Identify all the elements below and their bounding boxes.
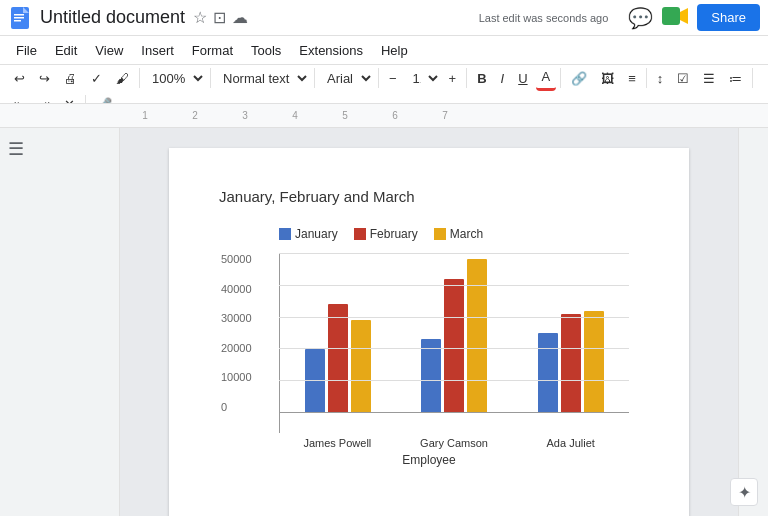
x-axis-title: Employee (219, 453, 639, 467)
ruler-mark-6: 6 (370, 110, 420, 121)
decrease-indent-button[interactable]: ⇤ (8, 93, 31, 104)
svg-rect-2 (14, 17, 24, 19)
more-button[interactable]: ⌄ (120, 93, 143, 104)
font-size-select[interactable]: 11 (405, 68, 441, 89)
menu-item-view[interactable]: View (87, 39, 131, 62)
x-label-gary: Gary Camson (396, 433, 513, 449)
title-icons: ☆ ⊡ ☁ (193, 8, 248, 27)
svg-marker-6 (680, 8, 688, 24)
increase-indent-button[interactable]: ⇥ (33, 93, 56, 104)
y-label-30000: 30000 (221, 312, 252, 324)
decrease-font-button[interactable]: − (383, 67, 403, 90)
page-area[interactable]: January, February and March January Febr… (120, 128, 738, 516)
legend-label-january: January (295, 227, 338, 241)
bold-button[interactable]: B (471, 67, 492, 90)
bullet-list-button[interactable]: ☰ (697, 67, 721, 90)
ruler-mark-5: 5 (320, 110, 370, 121)
chart-container: January February March (219, 217, 639, 477)
chart-plot-area: 50000 40000 30000 20000 10000 0 (279, 253, 629, 433)
meet-button[interactable] (661, 6, 689, 29)
ruler-mark-3: 3 (220, 110, 270, 121)
outline-icon[interactable]: ☰ (8, 138, 111, 160)
numbered-list-button[interactable]: ≔ (723, 67, 748, 90)
bar-january-ada (538, 333, 558, 413)
legend-color-february (354, 228, 366, 240)
style-select[interactable]: Normal text (215, 68, 310, 89)
star-icon[interactable]: ☆ (193, 8, 207, 27)
y-label-0: 0 (221, 401, 252, 413)
underline-button[interactable]: U (512, 67, 533, 90)
legend-label-february: February (370, 227, 418, 241)
header-actions: 💬 Share (628, 4, 760, 31)
image-button[interactable]: 🖼 (595, 67, 620, 90)
menu-item-tools[interactable]: Tools (243, 39, 289, 62)
document-page: January, February and March January Febr… (169, 148, 689, 516)
toolbar-separator-5 (466, 68, 467, 88)
bar-group-ada-juliet (513, 311, 629, 413)
voice-typing-button[interactable]: 🎤 (90, 93, 118, 104)
chart-legend: January February March (279, 227, 639, 241)
bars-container (279, 253, 629, 433)
menu-item-insert[interactable]: Insert (133, 39, 182, 62)
undo-button[interactable]: ↩ (8, 67, 31, 90)
toolbar-separator-4 (378, 68, 379, 88)
x-label-ada: Ada Juliet (512, 433, 629, 449)
x-label-james: James Powell (279, 433, 396, 449)
italic-button[interactable]: I (495, 67, 511, 90)
google-docs-icon (8, 6, 32, 30)
font-select[interactable]: Arial (319, 68, 374, 89)
legend-color-march (434, 228, 446, 240)
x-axis-labels: James Powell Gary Camson Ada Juliet (279, 433, 629, 449)
ruler-marks: 1 2 3 4 5 6 7 (120, 110, 768, 121)
y-axis-labels: 50000 40000 30000 20000 10000 0 (221, 253, 252, 413)
svg-rect-1 (14, 14, 24, 16)
toolbar-separator-6 (560, 68, 561, 88)
bar-february-james (328, 304, 348, 413)
link-button[interactable]: 🔗 (565, 67, 593, 90)
line-spacing-button[interactable]: ↕ (651, 67, 670, 90)
share-button[interactable]: Share (697, 4, 760, 31)
ruler: 1 2 3 4 5 6 7 (0, 104, 768, 128)
bar-march-ada (584, 311, 604, 413)
toolbar-separator-9 (85, 95, 86, 105)
toolbar-separator-8 (752, 68, 753, 88)
ruler-mark-4: 4 (270, 110, 320, 121)
bar-group-james-powell (280, 304, 396, 413)
zoom-select[interactable]: 100% (144, 68, 206, 89)
toolbar-separator-1 (139, 68, 140, 88)
y-label-50000: 50000 (221, 253, 252, 265)
print-button[interactable]: 🖨 (58, 67, 83, 90)
clear-format-button[interactable]: ✕ (58, 93, 81, 104)
comments-button[interactable]: 💬 (628, 6, 653, 30)
ruler-mark-2: 2 (170, 110, 220, 121)
toolbar: ↩ ↪ 🖨 ✓ 🖌 100% Normal text Arial − 11 + … (0, 64, 768, 104)
paint-format-button[interactable]: 🖌 (110, 67, 135, 90)
toolbar-separator-2 (210, 68, 211, 88)
redo-button[interactable]: ↪ (33, 67, 56, 90)
menu-item-help[interactable]: Help (373, 39, 416, 62)
menu-item-file[interactable]: File (8, 39, 45, 62)
menu-item-extensions[interactable]: Extensions (291, 39, 371, 62)
title-bar: Untitled document ☆ ⊡ ☁ Last edit was se… (0, 0, 768, 36)
sidebar-left: ☰ (0, 128, 120, 516)
chart-title: January, February and March (219, 188, 639, 205)
menu-item-edit[interactable]: Edit (47, 39, 85, 62)
bar-group-gary-camson (396, 259, 512, 413)
folder-icon[interactable]: ⊡ (213, 8, 226, 27)
bottom-right-explore-button[interactable]: ✦ (730, 478, 758, 506)
ruler-mark-1: 1 (120, 110, 170, 121)
menu-item-format[interactable]: Format (184, 39, 241, 62)
spellcheck-button[interactable]: ✓ (85, 67, 108, 90)
align-button[interactable]: ≡ (622, 67, 642, 90)
cloud-icon[interactable]: ☁ (232, 8, 248, 27)
increase-font-button[interactable]: + (443, 67, 463, 90)
checklist-button[interactable]: ☑ (671, 67, 695, 90)
doc-title[interactable]: Untitled document (40, 7, 185, 28)
bar-february-ada (561, 314, 581, 413)
y-label-40000: 40000 (221, 283, 252, 295)
text-color-button[interactable]: A (536, 65, 557, 91)
main-area: ☰ January, February and March January Fe (0, 128, 768, 516)
legend-march: March (434, 227, 483, 241)
toolbar-separator-7 (646, 68, 647, 88)
legend-label-march: March (450, 227, 483, 241)
